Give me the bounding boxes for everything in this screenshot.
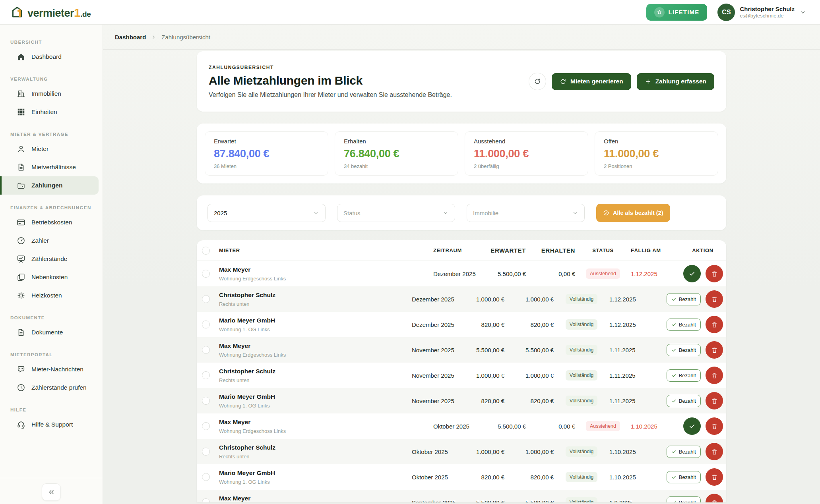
paid-badge[interactable]: Bezahlt [667,293,701,305]
property-select[interactable]: Immobilie [467,204,585,222]
delete-button[interactable] [706,341,723,359]
sidebar-item-mieter[interactable]: Mieter [0,140,99,158]
row-checkbox[interactable] [202,270,210,278]
delete-button[interactable] [706,443,723,460]
trash-icon [711,448,718,455]
row-checkbox[interactable] [202,397,210,405]
trash-icon [711,398,718,404]
row-checkbox[interactable] [202,498,210,502]
sidebar-item-label: Heizkosten [31,292,62,299]
sidebar-item-zahlungen[interactable]: Zahlungen [0,176,99,195]
row-checkbox[interactable] [202,422,210,430]
paid-badge[interactable]: Bezahlt [667,344,701,356]
sidebar-item-label: Zahlungen [31,182,62,189]
sidebar-item-betriebskosten[interactable]: Betriebskosten [0,213,99,232]
sidebar-section-label: ÜBERSICHT [0,40,103,44]
status-select-placeholder: Status [343,210,361,216]
delete-button[interactable] [706,265,723,282]
delete-button[interactable] [706,367,723,384]
expected-cell: 1.000,00 € [459,296,504,303]
sidebar-item-zählerstände-prüfen[interactable]: Zählerstände prüfen [0,378,99,397]
chat-icon [17,365,25,374]
row-checkbox[interactable] [202,448,210,456]
sidebar-item-immobilien[interactable]: Immobilien [0,85,99,103]
row-checkbox[interactable] [202,321,210,328]
brand-name: vermieter1.de [27,7,91,19]
col-aktion: AKTION [682,247,726,253]
row-check-cell [197,473,215,481]
tenant-cell: Mario Meyer GmbHWohnung 1. OG Links [215,393,412,409]
sidebar-collapse-button[interactable] [42,483,61,501]
stat-card-offen: Offen11.000,00 €2 Positionen [595,131,718,176]
tenant-unit: Rechts unten [219,454,412,460]
delete-button[interactable] [706,290,723,308]
sidebar-item-zählerstände[interactable]: Zählerstände [0,250,99,268]
action-cell: Bezahlt [661,316,726,333]
hero-actions: Mieten generieren Zahlung erfassen [529,73,714,90]
delete-button[interactable] [706,392,723,409]
row-checkbox[interactable] [202,295,210,303]
delete-button[interactable] [706,316,723,333]
breadcrumb-dashboard[interactable]: Dashboard [115,34,146,41]
delete-button[interactable] [706,494,723,502]
add-payment-button[interactable]: Zahlung erfassen [637,73,714,90]
sidebar-item-label: Nebenkosten [31,274,68,281]
period-cell: November 2025 [412,398,459,404]
status-cell: Vollständig [554,396,609,406]
sidebar-item-nebenkosten[interactable]: Nebenkosten [0,268,99,286]
status-badge: Vollständig [566,497,597,502]
paid-badge[interactable]: Bezahlt [667,496,701,503]
select-all-checkbox[interactable] [202,247,210,255]
table-row: Christopher SchulzRechts untenDezember 2… [197,286,726,312]
trash-icon [711,347,718,353]
paid-badge[interactable]: Bezahlt [667,395,701,407]
row-checkbox[interactable] [202,371,210,379]
status-cell: Vollständig [554,294,609,304]
lifetime-badge[interactable]: LIFETIME [646,4,708,21]
delete-button[interactable] [706,417,723,435]
sidebar-item-heizkosten[interactable]: Heizkosten [0,286,99,305]
status-cell: Vollständig [554,370,609,380]
stat-label: Ausstehend [474,138,579,145]
sidebar-item-zähler[interactable]: Zähler [0,232,99,250]
year-select[interactable]: 2025 [207,204,326,222]
row-check-cell [197,270,215,278]
delete-button[interactable] [706,468,723,486]
status-select[interactable]: Status [337,204,455,222]
paid-badge[interactable]: Bezahlt [667,471,701,483]
sidebar-item-label: Immobilien [31,90,61,97]
sidebar-item-mieter-nachrichten[interactable]: Mieter-Nachrichten [0,360,99,378]
sidebar-item-hilfe-support[interactable]: Hilfe & Support [0,415,99,434]
paid-badge[interactable]: Bezahlt [667,446,701,458]
refresh-button[interactable] [529,73,546,90]
sidebar-item-einheiten[interactable]: Einheiten [0,103,99,121]
row-check-cell [197,321,215,328]
sidebar-item-dashboard[interactable]: Dashboard [0,48,99,66]
mark-paid-button[interactable] [683,417,701,435]
tenant-unit: Wohnung Erdgeschoss Links [219,276,433,282]
paid-badge[interactable]: Bezahlt [667,369,701,382]
brand-logo[interactable]: vermieter1.de [10,6,91,19]
sidebar-section-label: VERWALTUNG [0,77,103,81]
paid-label: Bezahlt [679,449,696,455]
row-checkbox[interactable] [202,346,210,354]
sidebar-item-dokumente[interactable]: Dokumente [0,323,99,342]
sidebar-item-mietverhältnisse[interactable]: Mietverhältnisse [0,158,99,176]
year-select-value: 2025 [214,210,227,216]
paid-badge[interactable]: Bezahlt [667,319,701,331]
chevron-down-icon [799,9,806,16]
mark-paid-button[interactable] [683,265,701,282]
row-checkbox[interactable] [202,473,210,481]
user-menu[interactable]: CS Christopher Schulz cs@byteschmie.de [717,4,806,21]
document-icon [17,163,25,172]
page-title: Alle Mietzahlungen im Blick [209,74,452,87]
mark-all-paid-button[interactable]: Alle als bezahlt (2) [596,204,670,222]
generate-rents-label: Mieten generieren [570,78,623,85]
status-cell: Vollständig [554,319,609,330]
period-cell: Dezember 2025 [412,321,459,328]
received-cell: 5.500,00 € [504,347,554,353]
row-check-cell [197,397,215,405]
received-cell: 1.000,00 € [504,296,554,303]
generate-rents-button[interactable]: Mieten generieren [552,73,631,90]
sidebar-item-label: Zählerstände prüfen [31,384,87,391]
